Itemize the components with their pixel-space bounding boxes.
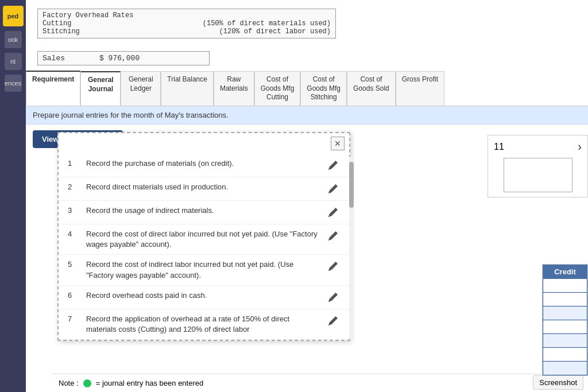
- credit-input-3[interactable]: [543, 306, 587, 320]
- transaction-edit-1[interactable]: [326, 158, 340, 172]
- credit-input-1[interactable]: [543, 279, 587, 293]
- tab-general-journal[interactable]: GeneralJournal: [80, 71, 121, 106]
- transaction-edit-2[interactable]: [326, 182, 340, 196]
- cutting-label: Cutting: [42, 20, 169, 28]
- transaction-text-3: Record the usage of indirect materials.: [86, 205, 319, 216]
- modal-scrollbar[interactable]: [349, 156, 354, 340]
- tabs-container: Requirement GeneralJournal GeneralLedger…: [26, 71, 588, 106]
- note-prefix: Note :: [59, 379, 79, 387]
- transaction-item-4: 4 Record the cost of direct labor incurr…: [59, 224, 349, 255]
- sidebar-item-ped[interactable]: ped: [3, 6, 24, 26]
- screenshot-button[interactable]: Screenshot: [533, 375, 583, 390]
- factory-rates-box: Factory Overhead Rates Cutting (150% of …: [37, 9, 336, 38]
- transaction-num-5: 5: [68, 259, 79, 269]
- factory-rates-title: Factory Overhead Rates: [42, 11, 331, 20]
- sidebar: ped ook nt ences: [0, 0, 26, 392]
- tab-trial-balance[interactable]: Trial Balance: [161, 71, 214, 106]
- credit-input-5[interactable]: [543, 334, 587, 348]
- transaction-text-2: Record direct materials used in producti…: [86, 182, 319, 192]
- transaction-item-7: 7 Record the application of overhead at …: [59, 309, 349, 340]
- transaction-text-7: Record the application of overhead at a …: [86, 314, 319, 335]
- tab-raw-materials[interactable]: RawMaterials: [214, 71, 254, 106]
- tab-gross-profit[interactable]: Gross Profit: [396, 71, 444, 106]
- stitching-label: Stitching: [42, 28, 169, 36]
- modal-header: ✕: [59, 133, 349, 154]
- entry-number: 11: [494, 142, 504, 152]
- entry-nav: 11 ›: [488, 135, 587, 158]
- transaction-num-4: 4: [68, 229, 79, 238]
- transaction-item-1: 1 Record the purchase of materials (on c…: [59, 154, 349, 177]
- transaction-num-6: 6: [68, 290, 79, 300]
- transaction-text-6: Record overhead costs paid in cash.: [86, 290, 319, 301]
- credit-input-7[interactable]: [543, 362, 587, 375]
- transaction-num-7: 7: [68, 314, 79, 323]
- cutting-rate-row: Cutting (150% of direct materials used): [42, 20, 331, 28]
- sales-value: $ 976,000: [99, 54, 140, 63]
- cutting-value: (150% of direct materials used): [169, 20, 331, 28]
- sales-box: Sales $ 976,000: [37, 51, 210, 65]
- transaction-edit-6[interactable]: [326, 290, 340, 304]
- transaction-num-3: 3: [68, 205, 79, 215]
- transaction-text-4: Record the cost of direct labor incurred…: [86, 229, 319, 250]
- transaction-text-1: Record the purchase of materials (on cre…: [86, 158, 319, 169]
- transaction-edit-5[interactable]: [326, 259, 340, 273]
- next-entry-arrow[interactable]: ›: [578, 140, 582, 153]
- stitching-value: (120% of direct labor used): [169, 28, 331, 36]
- tab-cost-goods-mfg-stitching[interactable]: Cost ofGoods MfgStitching: [300, 71, 347, 106]
- info-bar: Prepare journal entries for the month of…: [26, 106, 588, 125]
- tab-cost-goods-sold[interactable]: Cost ofGoods Sold: [347, 71, 396, 106]
- credit-input-2[interactable]: [543, 293, 587, 306]
- note-bar: Note : = journal entry has been entered: [52, 374, 588, 392]
- transaction-item-5: 5 Record the cost of indirect labor incu…: [59, 255, 349, 285]
- transaction-item-6: 6 Record overhead costs paid in cash.: [59, 286, 349, 309]
- transaction-modal: ✕ 1 Record the purchase of materials (on…: [57, 132, 350, 341]
- credit-panel: Credit: [542, 264, 588, 376]
- transaction-edit-7[interactable]: [326, 314, 340, 328]
- transaction-edit-4[interactable]: [326, 229, 340, 243]
- sidebar-item-nt[interactable]: nt: [5, 53, 22, 70]
- green-circle-icon: [83, 379, 91, 387]
- transaction-num-2: 2: [68, 182, 79, 191]
- tab-requirement[interactable]: Requirement: [26, 71, 80, 106]
- transaction-num-1: 1: [68, 158, 79, 168]
- credit-input-6[interactable]: [543, 348, 587, 362]
- main-content: Factory Overhead Rates Cutting (150% of …: [26, 0, 588, 392]
- sidebar-item-ook[interactable]: ook: [5, 31, 22, 48]
- transaction-edit-3[interactable]: [326, 205, 340, 219]
- transaction-item-3: 3 Record the usage of indirect materials…: [59, 201, 349, 224]
- tab-cost-goods-mfg-cutting[interactable]: Cost ofGoods MfgCutting: [254, 71, 301, 106]
- tab-general-ledger[interactable]: GeneralLedger: [121, 71, 161, 106]
- credit-header: Credit: [543, 265, 587, 279]
- stitching-rate-row: Stitching (120% of direct labor used): [42, 28, 331, 36]
- scrollbar-thumb: [349, 162, 354, 208]
- note-text: = journal entry has been entered: [96, 379, 204, 387]
- top-info: Factory Overhead Rates Cutting (150% of …: [26, 0, 588, 71]
- info-text: Prepare journal entries for the month of…: [33, 111, 229, 119]
- sidebar-item-ences[interactable]: ences: [5, 75, 22, 92]
- modal-close-button[interactable]: ✕: [331, 137, 345, 150]
- journal-entry-panel: 11 ›: [488, 135, 588, 197]
- transaction-item-2: 2 Record direct materials used in produc…: [59, 177, 349, 201]
- sales-label: Sales: [42, 54, 65, 63]
- transaction-text-5: Record the cost of indirect labor incurr…: [86, 259, 319, 280]
- entry-text-area[interactable]: [504, 158, 572, 192]
- credit-input-4[interactable]: [543, 320, 587, 334]
